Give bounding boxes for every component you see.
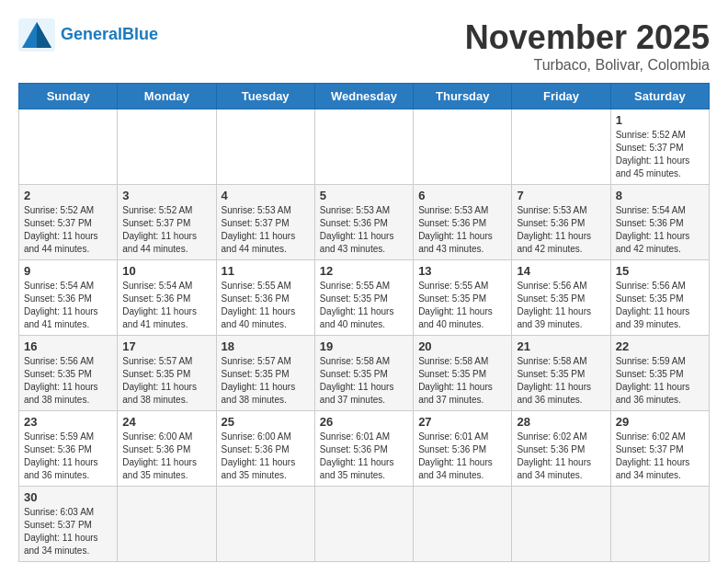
calendar-cell [512, 487, 610, 562]
logo: GeneralBlue [18, 18, 158, 52]
calendar-cell [118, 487, 216, 562]
calendar-cell: 30Sunrise: 6:03 AM Sunset: 5:37 PM Dayli… [19, 487, 118, 562]
calendar-body: 1Sunrise: 5:52 AM Sunset: 5:37 PM Daylig… [19, 109, 710, 562]
calendar-week-2: 9Sunrise: 5:54 AM Sunset: 5:36 PM Daylig… [19, 260, 710, 336]
calendar-cell: 28Sunrise: 6:02 AM Sunset: 5:36 PM Dayli… [512, 411, 610, 487]
day-info: Sunrise: 5:53 AM Sunset: 5:36 PM Dayligh… [320, 204, 408, 256]
day-number: 28 [517, 415, 605, 429]
calendar-week-0: 1Sunrise: 5:52 AM Sunset: 5:37 PM Daylig… [19, 109, 710, 185]
day-info: Sunrise: 5:54 AM Sunset: 5:36 PM Dayligh… [616, 204, 704, 256]
weekday-header-wednesday: Wednesday [314, 84, 413, 109]
calendar-cell: 1Sunrise: 5:52 AM Sunset: 5:37 PM Daylig… [610, 109, 709, 185]
day-number: 2 [24, 189, 112, 202]
weekday-header-row: SundayMondayTuesdayWednesdayThursdayFrid… [19, 84, 710, 109]
day-number: 10 [122, 264, 210, 278]
day-number: 12 [320, 264, 408, 278]
title-block: November 2025 Turbaco, Bolivar, Colombia [465, 18, 710, 74]
calendar-cell: 14Sunrise: 5:56 AM Sunset: 5:35 PM Dayli… [512, 260, 610, 336]
calendar-cell: 13Sunrise: 5:55 AM Sunset: 5:35 PM Dayli… [414, 260, 512, 336]
calendar-cell [610, 487, 709, 562]
day-number: 11 [222, 264, 310, 278]
day-number: 15 [616, 264, 704, 278]
day-number: 5 [320, 189, 408, 202]
day-info: Sunrise: 6:00 AM Sunset: 5:36 PM Dayligh… [122, 431, 210, 482]
day-number: 3 [122, 189, 210, 202]
day-number: 14 [517, 264, 605, 278]
calendar-week-3: 16Sunrise: 5:56 AM Sunset: 5:35 PM Dayli… [19, 336, 710, 411]
day-info: Sunrise: 5:52 AM Sunset: 5:37 PM Dayligh… [24, 204, 112, 256]
day-info: Sunrise: 5:53 AM Sunset: 5:37 PM Dayligh… [222, 204, 310, 256]
day-info: Sunrise: 6:00 AM Sunset: 5:36 PM Dayligh… [222, 431, 310, 482]
day-number: 25 [222, 415, 310, 429]
day-info: Sunrise: 5:58 AM Sunset: 5:35 PM Dayligh… [320, 355, 408, 407]
day-info: Sunrise: 5:55 AM Sunset: 5:36 PM Dayligh… [222, 280, 310, 331]
day-number: 23 [24, 415, 112, 429]
day-number: 29 [616, 415, 704, 429]
calendar-cell [414, 487, 512, 562]
calendar-cell: 6Sunrise: 5:53 AM Sunset: 5:36 PM Daylig… [414, 185, 512, 260]
calendar-cell: 19Sunrise: 5:58 AM Sunset: 5:35 PM Dayli… [314, 336, 413, 411]
day-number: 21 [517, 339, 605, 353]
day-info: Sunrise: 5:59 AM Sunset: 5:35 PM Dayligh… [616, 355, 704, 407]
calendar-cell: 24Sunrise: 6:00 AM Sunset: 5:36 PM Dayli… [118, 411, 216, 487]
day-info: Sunrise: 5:52 AM Sunset: 5:37 PM Dayligh… [616, 129, 704, 180]
day-number: 9 [24, 264, 112, 278]
calendar-cell: 27Sunrise: 6:01 AM Sunset: 5:36 PM Dayli… [414, 411, 512, 487]
calendar-cell: 25Sunrise: 6:00 AM Sunset: 5:36 PM Dayli… [216, 411, 314, 487]
calendar-cell: 8Sunrise: 5:54 AM Sunset: 5:36 PM Daylig… [610, 185, 709, 260]
day-number: 19 [320, 339, 408, 353]
calendar-cell: 29Sunrise: 6:02 AM Sunset: 5:37 PM Dayli… [610, 411, 709, 487]
day-number: 7 [517, 189, 605, 202]
weekday-header-sunday: Sunday [19, 84, 118, 109]
day-number: 18 [222, 339, 310, 353]
day-number: 1 [616, 113, 704, 127]
calendar-cell [414, 109, 512, 185]
calendar-cell: 7Sunrise: 5:53 AM Sunset: 5:36 PM Daylig… [512, 185, 610, 260]
day-number: 27 [418, 415, 506, 429]
day-number: 30 [24, 490, 112, 504]
day-info: Sunrise: 5:52 AM Sunset: 5:37 PM Dayligh… [122, 204, 210, 256]
day-info: Sunrise: 5:54 AM Sunset: 5:36 PM Dayligh… [24, 280, 112, 331]
weekday-header-saturday: Saturday [610, 84, 709, 109]
day-number: 6 [418, 189, 506, 202]
calendar-week-4: 23Sunrise: 5:59 AM Sunset: 5:36 PM Dayli… [19, 411, 710, 487]
weekday-header-friday: Friday [512, 84, 610, 109]
calendar-cell: 23Sunrise: 5:59 AM Sunset: 5:36 PM Dayli… [19, 411, 118, 487]
day-info: Sunrise: 5:55 AM Sunset: 5:35 PM Dayligh… [320, 280, 408, 331]
day-number: 13 [418, 264, 506, 278]
calendar-cell: 4Sunrise: 5:53 AM Sunset: 5:37 PM Daylig… [216, 185, 314, 260]
logo-text: GeneralBlue [61, 26, 158, 44]
calendar-cell [118, 109, 216, 185]
page-header: GeneralBlue November 2025 Turbaco, Boliv… [18, 18, 710, 74]
day-info: Sunrise: 5:56 AM Sunset: 5:35 PM Dayligh… [517, 280, 605, 331]
calendar-cell [216, 109, 314, 185]
day-info: Sunrise: 6:01 AM Sunset: 5:36 PM Dayligh… [418, 431, 506, 482]
day-info: Sunrise: 5:57 AM Sunset: 5:35 PM Dayligh… [122, 355, 210, 407]
calendar-cell: 11Sunrise: 5:55 AM Sunset: 5:36 PM Dayli… [216, 260, 314, 336]
weekday-header-monday: Monday [118, 84, 216, 109]
calendar-cell: 5Sunrise: 5:53 AM Sunset: 5:36 PM Daylig… [314, 185, 413, 260]
calendar-cell: 15Sunrise: 5:56 AM Sunset: 5:35 PM Dayli… [610, 260, 709, 336]
calendar-cell [314, 109, 413, 185]
day-info: Sunrise: 6:03 AM Sunset: 5:37 PM Dayligh… [24, 506, 112, 557]
calendar-table: SundayMondayTuesdayWednesdayThursdayFrid… [18, 83, 710, 562]
day-info: Sunrise: 5:54 AM Sunset: 5:36 PM Dayligh… [122, 280, 210, 331]
day-number: 24 [122, 415, 210, 429]
day-info: Sunrise: 5:53 AM Sunset: 5:36 PM Dayligh… [517, 204, 605, 256]
weekday-header-thursday: Thursday [414, 84, 512, 109]
location: Turbaco, Bolivar, Colombia [465, 57, 710, 74]
day-info: Sunrise: 5:56 AM Sunset: 5:35 PM Dayligh… [616, 280, 704, 331]
day-number: 22 [616, 339, 704, 353]
calendar-cell [314, 487, 413, 562]
day-info: Sunrise: 6:01 AM Sunset: 5:36 PM Dayligh… [320, 431, 408, 482]
calendar-week-5: 30Sunrise: 6:03 AM Sunset: 5:37 PM Dayli… [19, 487, 710, 562]
calendar-cell: 2Sunrise: 5:52 AM Sunset: 5:37 PM Daylig… [19, 185, 118, 260]
day-number: 26 [320, 415, 408, 429]
day-info: Sunrise: 5:56 AM Sunset: 5:35 PM Dayligh… [24, 355, 112, 407]
calendar-cell: 9Sunrise: 5:54 AM Sunset: 5:36 PM Daylig… [19, 260, 118, 336]
calendar-cell: 16Sunrise: 5:56 AM Sunset: 5:35 PM Dayli… [19, 336, 118, 411]
day-info: Sunrise: 6:02 AM Sunset: 5:37 PM Dayligh… [616, 431, 704, 482]
day-info: Sunrise: 5:59 AM Sunset: 5:36 PM Dayligh… [24, 431, 112, 482]
calendar-cell: 17Sunrise: 5:57 AM Sunset: 5:35 PM Dayli… [118, 336, 216, 411]
day-number: 20 [418, 339, 506, 353]
